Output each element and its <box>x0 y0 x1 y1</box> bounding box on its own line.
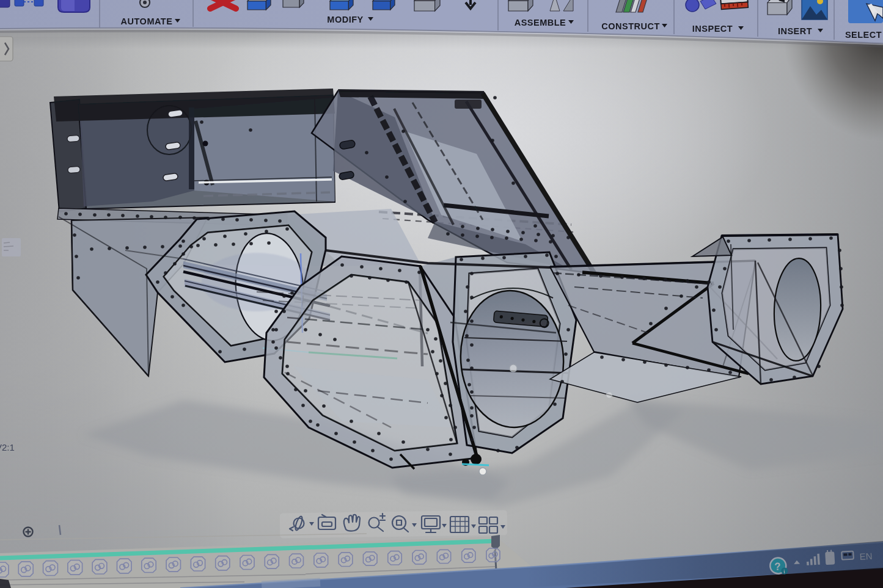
svg-text:V2:1: V2:1 <box>0 442 15 452</box>
